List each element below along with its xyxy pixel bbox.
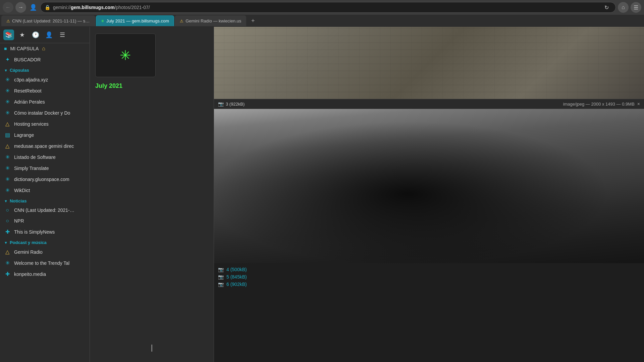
image-label-4: 4 (500kB) xyxy=(226,267,247,272)
content-area: ✳ July 2021 | 📷 3 (922kB) image/jpeg — 2… xyxy=(90,27,644,362)
sidebar-item-cnn[interactable]: ○ CNN (Last Updated: 2021-… xyxy=(0,205,90,216)
sidebar-item-wikdict[interactable]: ✳ WikDict xyxy=(0,185,90,196)
category-noticias[interactable]: ▼ Noticias xyxy=(0,196,90,205)
npr-label: NPR xyxy=(14,218,86,224)
user-icon: 👤 xyxy=(28,4,38,11)
image-ruins-arch xyxy=(214,109,644,263)
image-links: 📷 4 (500kB) 📷 5 (845kB) 📷 6 (902kB) xyxy=(214,263,644,291)
konpeito-icon: ✚ xyxy=(4,271,11,277)
buscador-label: BUSCADOR xyxy=(14,57,86,62)
page-thumbnail: ✳ xyxy=(95,34,156,77)
thumb-title: July 2021 xyxy=(95,82,122,89)
gemini-radio-label: Gemini Radio xyxy=(14,249,86,255)
refresh-button[interactable]: ↻ xyxy=(601,2,611,12)
sidebar-item-konpeito[interactable]: ✚ konpeito.media xyxy=(0,268,90,280)
simplynews-label: This is SimplyNews xyxy=(14,229,86,235)
category-capsulas[interactable]: ▼ Cápsulas xyxy=(0,65,90,74)
sidebar-list-button[interactable]: ☰ xyxy=(57,29,68,40)
sidebar-bookmarks-button[interactable]: 📚 xyxy=(3,29,14,40)
gemini-radio-icon: △ xyxy=(4,249,11,255)
tab-icon-july: ✳ xyxy=(101,19,104,23)
url-protocol: gemini:// xyxy=(53,5,71,10)
menu-button[interactable]: ☰ xyxy=(631,2,641,13)
sidebar-item-medusae[interactable]: △ medusae.space gemini direc xyxy=(0,140,90,152)
sidebar-item-npr[interactable]: ○ NPR xyxy=(0,216,90,226)
trendy-tal-icon: ✳ xyxy=(4,260,11,266)
listado-icon: ✳ xyxy=(4,154,11,160)
url-host: gem.billsmugs.com xyxy=(71,5,115,10)
left-panel: ✳ July 2021 | xyxy=(90,27,214,362)
image-close-3[interactable]: × xyxy=(637,101,640,107)
image-link-4[interactable]: 📷 4 (500kB) xyxy=(218,266,640,273)
adrian-icon: ✳ xyxy=(4,99,11,105)
back-button[interactable]: ← xyxy=(3,2,13,13)
sidebar-item-buscador[interactable]: ✦ BUSCADOR xyxy=(0,54,90,65)
simplynews-icon: ✚ xyxy=(4,229,11,235)
image-meta-right-3: image/jpeg — 2000 x 1493 — 0.9MB × xyxy=(563,101,640,107)
hosting-icon: △ xyxy=(4,121,11,127)
image-block-3: 📷 3 (922kB) image/jpeg — 2000 x 1493 — 0… xyxy=(214,27,644,109)
sidebar-item-simplynews[interactable]: ✚ This is SimplyNews xyxy=(0,226,90,237)
image-label-3: 3 (922kB) xyxy=(226,102,245,107)
sidebar-item-gemini-radio[interactable]: △ Gemini Radio xyxy=(0,246,90,257)
lock-icon: 🔒 xyxy=(45,5,50,10)
home-button[interactable]: ⌂ xyxy=(618,2,629,13)
c3po-label: c3po.aljadra.xyz xyxy=(14,77,86,82)
cnn-icon: ○ xyxy=(4,207,11,213)
noticias-label: Noticias xyxy=(10,198,27,203)
cursor-indicator: | xyxy=(151,343,153,352)
tabs-bar: ⚠ CNN (Last Updated: 2021-11-11) — sloum… xyxy=(0,15,644,27)
resetreboot-icon: ✳ xyxy=(4,87,11,94)
sidebar-item-simply-translate[interactable]: ✳ Simply Translate xyxy=(0,163,90,174)
docker-icon: ✳ xyxy=(4,110,11,116)
dictionary-icon: ✳ xyxy=(4,176,11,182)
sidebar-item-c3po[interactable]: ✳ c3po.aljadra.xyz xyxy=(0,74,90,85)
tab-radio[interactable]: ⚠ Gemini Radio — kwiecien.us xyxy=(175,15,246,26)
forward-button[interactable]: → xyxy=(15,2,26,13)
image-icon-4: 📷 xyxy=(218,267,224,272)
url-text: gemini://gem.billsmugs.com/photos/2021-0… xyxy=(53,5,599,10)
tab-july2021[interactable]: ✳ July 2021 — gem.billsmugs.com xyxy=(96,15,174,26)
sidebar-favorites-button[interactable]: ★ xyxy=(17,29,28,40)
image-link-6[interactable]: 📷 6 (902kB) xyxy=(218,281,640,288)
image-icon-3: 📷 xyxy=(218,101,224,107)
tab-cnn[interactable]: ⚠ CNN (Last Updated: 2021-11-11) — sloum xyxy=(1,15,95,26)
dictionary-label: dictionary.gluonspace.com xyxy=(14,177,86,182)
resetreboot-label: ResetReboot xyxy=(14,88,86,94)
sidebar-item-adrian[interactable]: ✳ Adrián Perales xyxy=(0,96,90,107)
image-label-5: 5 (845kB) xyxy=(226,274,247,280)
sidebar-item-listado[interactable]: ✳ Listado de Software xyxy=(0,152,90,163)
url-bar[interactable]: 🔒 gemini://gem.billsmugs.com/photos/2021… xyxy=(40,2,616,13)
sidebar-item-dictionary[interactable]: ✳ dictionary.gluonspace.com xyxy=(0,174,90,185)
nav-bar: ← → 👤 🔒 gemini://gem.billsmugs.com/photo… xyxy=(0,0,644,15)
sidebar-history-button[interactable]: 🕐 xyxy=(30,29,41,40)
add-tab-button[interactable]: + xyxy=(248,16,258,25)
tab-label-july: July 2021 — gem.billsmugs.com xyxy=(106,18,169,23)
podcast-chevron: ▼ xyxy=(4,241,8,245)
noticias-chevron: ▼ xyxy=(4,199,8,203)
tab-label-radio: Gemini Radio — kwiecien.us xyxy=(185,18,241,23)
image-meta-left-3: 📷 3 (922kB) xyxy=(218,101,245,107)
hosting-label: Hosting services xyxy=(14,121,86,127)
right-panel[interactable]: 📷 3 (922kB) image/jpeg — 2000 x 1493 — 0… xyxy=(214,27,644,362)
adrian-label: Adrián Perales xyxy=(14,99,86,105)
simply-translate-icon: ✳ xyxy=(4,165,11,171)
c3po-icon: ✳ xyxy=(4,76,11,83)
sidebar-item-mi-capsula[interactable]: ■ MI CAPSULA ⌂ xyxy=(0,43,90,54)
image-link-5[interactable]: 📷 5 (845kB) xyxy=(218,273,640,281)
sidebar-item-trendy-tal[interactable]: ✳ Welcome to the Trendy Tal xyxy=(0,257,90,268)
url-path: /photos/2021-07/ xyxy=(115,5,150,10)
image-icon-5: 📷 xyxy=(218,274,224,280)
sidebar-item-resetreboot[interactable]: ✳ ResetReboot xyxy=(0,85,90,96)
sidebar-item-lagrange[interactable]: ▤ Lagrange xyxy=(0,129,90,140)
category-podcast[interactable]: ▼ Podcast y música xyxy=(0,237,90,246)
konpeito-label: konpeito.media xyxy=(14,272,86,277)
sidebar-item-docker[interactable]: ✳ Cómo instalar Docker y Do xyxy=(0,107,90,118)
sidebar: 📚 ★ 🕐 👤 ☰ ■ MI CAPSULA ⌂ ✦ BUSCADOR ▼ Cá… xyxy=(0,27,90,362)
docker-label: Cómo instalar Docker y Do xyxy=(14,110,86,116)
sidebar-user-button[interactable]: 👤 xyxy=(44,29,54,40)
image-info-3: image/jpeg — 2000 x 1493 — 0.9MB xyxy=(563,102,635,107)
sidebar-item-hosting[interactable]: △ Hosting services xyxy=(0,118,90,129)
capsulas-label: Cápsulas xyxy=(10,68,29,73)
lagrange-label: Lagrange xyxy=(14,132,86,138)
